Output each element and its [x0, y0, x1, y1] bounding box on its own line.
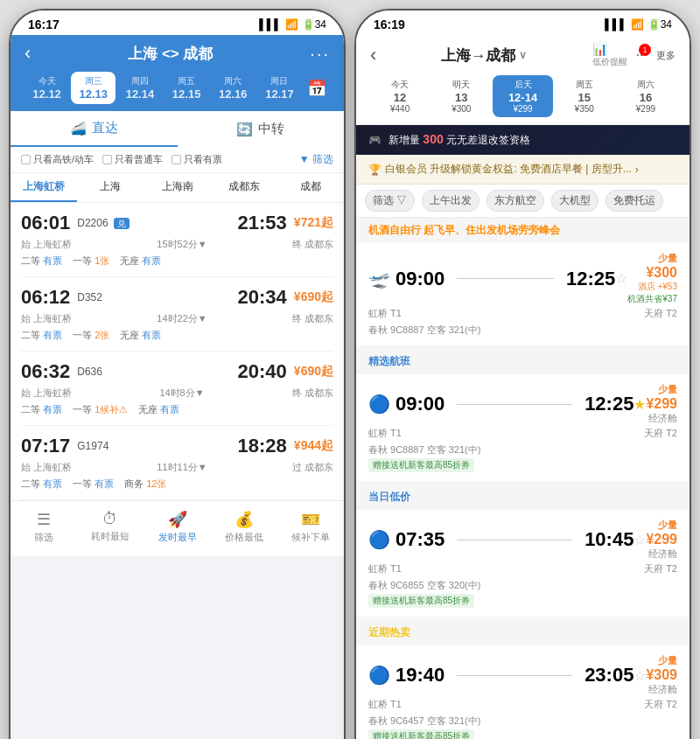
p1-date-tab-0[interactable]: 今天 12.12 [24, 72, 69, 104]
flight-stations-2: 虹桥 T1 天府 T2 [368, 562, 677, 575]
wifi-icon-1: 📶 [285, 18, 298, 31]
flight-times-1: 09:00 12:25 [396, 393, 634, 415]
status-bar-1: 16:17 ▌▌▌ 📶 🔋34 [10, 10, 344, 35]
p1-filter-btn[interactable]: ▼ 筛选 [299, 152, 333, 167]
p1-header: ‹ 上海 <> 成都 ··· 今天 12.12 周三 12.13 周四 12.1… [10, 35, 344, 111]
saving-tag-0: 机酒共省¥37 [627, 293, 677, 305]
p2-banner[interactable]: 🎮 新增量 300 元无差退改签资格 [356, 125, 690, 155]
p1-nav-cheapest-label: 价格最低 [225, 532, 263, 542]
checkbox-regular[interactable] [102, 155, 112, 164]
price-0: ¥721起 [294, 215, 333, 231]
checkbox-highspeed[interactable] [21, 155, 31, 164]
p2-date-tab-2[interactable]: 后天 12-14 ¥299 [493, 75, 552, 117]
p2-more-label[interactable]: 更多 [656, 49, 676, 62]
battery-icon-1: 🔋34 [302, 18, 326, 31]
dep-station-f0: 虹桥 T1 [368, 307, 402, 320]
duration-3: 11时11分▼ [157, 461, 206, 474]
more-button-1[interactable]: ··· [310, 44, 330, 64]
flight-card-0[interactable]: 🛫 09:00 12:25 ☆ 少量 ¥300 酒店 +¥53 机酒共省¥37 [356, 243, 690, 345]
p2-date-tab-1[interactable]: 明天 13 ¥300 [431, 75, 491, 117]
p1-weekday-0: 今天 [26, 75, 67, 87]
p2-price-2: ¥299 [494, 104, 550, 114]
back-button-2[interactable]: ‹ [370, 44, 376, 66]
p2-price-3: ¥350 [556, 104, 612, 114]
p1-tab-transfer[interactable]: 🔄 中转 [178, 111, 345, 147]
p1-nav-earliest[interactable]: 🚀 发时最早 [144, 508, 210, 546]
p1-tab-direct[interactable]: 🚄 直达 [10, 111, 178, 147]
p1-nav-shortest-label: 耗时最短 [91, 531, 130, 541]
flight-card-3[interactable]: 🔵 19:40 23:05 ☆ 少量 ¥309 经济舱 虹桥 T1 [356, 645, 690, 739]
p2-filter-btn-2[interactable]: 东方航空 [486, 190, 544, 212]
p1-filter-available[interactable]: 只看有票 [172, 153, 222, 166]
p1-title: 上海 <> 成都 [128, 44, 213, 64]
flight-num-3: 春秋 9C6457 空客 321(中) [368, 715, 480, 728]
calendar-icon-1[interactable]: 📅 [304, 79, 330, 98]
p2-price-4: ¥299 [618, 104, 674, 114]
p1-nav-filter[interactable]: ☰ 筛选 [10, 508, 77, 546]
flight-card-2[interactable]: 🔵 07:35 10:45 ☆ 少量 ¥299 经济舱 虹桥 T1 [356, 510, 690, 617]
star-icon-f0[interactable]: ☆ [615, 270, 627, 287]
table-row[interactable]: 06:32 D636 20:40 ¥690起 始 上海虹桥 14时8分▼ 终 成… [21, 352, 333, 426]
p1-nav-shortest[interactable]: ⏱ 耗时最短 [77, 508, 144, 546]
price-2: ¥690起 [294, 364, 333, 380]
table-row[interactable]: 06:01 D2206 兑 21:53 ¥721起 始 上海虹桥 15时52分▼… [21, 203, 333, 277]
origin-2: 始 上海虹桥 [21, 387, 72, 400]
p1-date-tab-1[interactable]: 周三 12.13 [71, 72, 116, 104]
p2-filter-btn-1[interactable]: 上午出发 [422, 190, 480, 212]
p1-train-list: 06:01 D2206 兑 21:53 ¥721起 始 上海虹桥 15时52分▼… [10, 203, 344, 500]
p1-date-tab-4[interactable]: 周六 12.16 [211, 72, 256, 104]
status-time-2: 16:19 [374, 17, 405, 31]
table-row[interactable]: 07:17 G1974 18:28 ¥944起 始 上海虹桥 11时11分▼ 过… [21, 426, 333, 500]
dep-station-f3: 虹桥 T1 [368, 698, 402, 711]
flight-card-1[interactable]: 🔵 09:00 12:25 ★ 少量 ¥299 经济舱 虹桥 T1 [356, 374, 690, 481]
origin-0: 始 上海虹桥 [21, 238, 72, 251]
p2-date-tab-3[interactable]: 周五 15 ¥350 [555, 75, 614, 117]
p2-chart-icon[interactable]: 📊 低价提醒 [592, 42, 627, 68]
p1-date-tab-2[interactable]: 周四 12.14 [117, 72, 162, 104]
p1-date-tab-5[interactable]: 周日 12.17 [257, 72, 302, 104]
filter-icon-1: ☰ [10, 510, 77, 529]
chevron-down-icon[interactable]: ∨ [519, 49, 527, 61]
p1-station-1[interactable]: 上海 [77, 173, 144, 202]
star-icon-f1[interactable]: ★ [634, 396, 646, 413]
p2-filter-btn-0[interactable]: 筛选 ▽ [365, 190, 415, 212]
price-f3: ¥309 [646, 667, 677, 683]
p1-station-0[interactable]: 上海虹桥 [10, 173, 77, 202]
p2-silver-bar[interactable]: 🏆 白银会员 升级解锁黄金权益: 免费酒店早餐 | 房型升... › [356, 155, 690, 185]
silver-text: 白银会员 升级解锁黄金权益: 免费酒店早餐 | 房型升... [385, 162, 632, 177]
p1-nav-cheapest[interactable]: 💰 价格最低 [211, 508, 277, 546]
transfer-icon-1: 🔄 [236, 122, 253, 137]
signal-icon-1: ▌▌▌ [259, 18, 282, 31]
train-icon-1: 🚄 [70, 121, 87, 136]
silver-arrow: › [635, 164, 639, 176]
p1-station-4[interactable]: 成都 [277, 173, 344, 202]
duration-2: 14时8分▼ [159, 387, 204, 400]
p2-more-icon[interactable]: ··· 1 [636, 47, 648, 63]
p1-filter-highspeed[interactable]: 只看高铁/动车 [21, 153, 94, 166]
p2-filter-btn-3[interactable]: 大机型 [551, 190, 598, 212]
checkbox-available[interactable] [172, 155, 181, 164]
p1-date-tab-3[interactable]: 周五 12.15 [164, 72, 209, 104]
back-button-1[interactable]: ‹ [24, 42, 31, 65]
p1-filter-regular[interactable]: 只看普通车 [102, 153, 163, 166]
gift-tag-2: 赠接送机新客最高85折券 [368, 594, 474, 608]
p2-date-tab-4[interactable]: 周六 16 ¥299 [616, 75, 676, 117]
p1-tab-direct-label: 直达 [92, 120, 118, 136]
star-icon-f3[interactable]: ☆ [634, 667, 646, 684]
table-row[interactable]: 06:12 D352 20:34 ¥690起 始 上海虹桥 14时22分▼ 终 … [21, 277, 333, 352]
p1-station-2[interactable]: 上海南 [144, 173, 210, 202]
flight-price-3: 少量 ¥309 经济舱 [646, 654, 677, 696]
p1-filter-available-label: 只看有票 [184, 153, 222, 166]
star-icon-f2[interactable]: ☆ [634, 532, 646, 548]
p2-date-tab-0[interactable]: 今天 12 ¥440 [370, 75, 430, 117]
p1-nav-waitlist[interactable]: 🎫 候补下单 [277, 508, 344, 546]
gift-tag-1: 赠接送机新客最高85折券 [368, 458, 474, 472]
p1-filter-highspeed-label: 只看高铁/动车 [33, 153, 94, 166]
arr-station-f3: 天府 T2 [644, 698, 677, 711]
flight-price-1: 少量 ¥299 经济舱 [646, 383, 677, 425]
p2-title: 上海→成都 ∨ [441, 45, 527, 66]
wifi-icon-2: 📶 [631, 18, 644, 31]
arr-time-1: 20:34 [238, 286, 287, 309]
p2-filter-btn-4[interactable]: 免费托运 [606, 190, 663, 212]
p1-station-3[interactable]: 成都东 [211, 173, 277, 202]
